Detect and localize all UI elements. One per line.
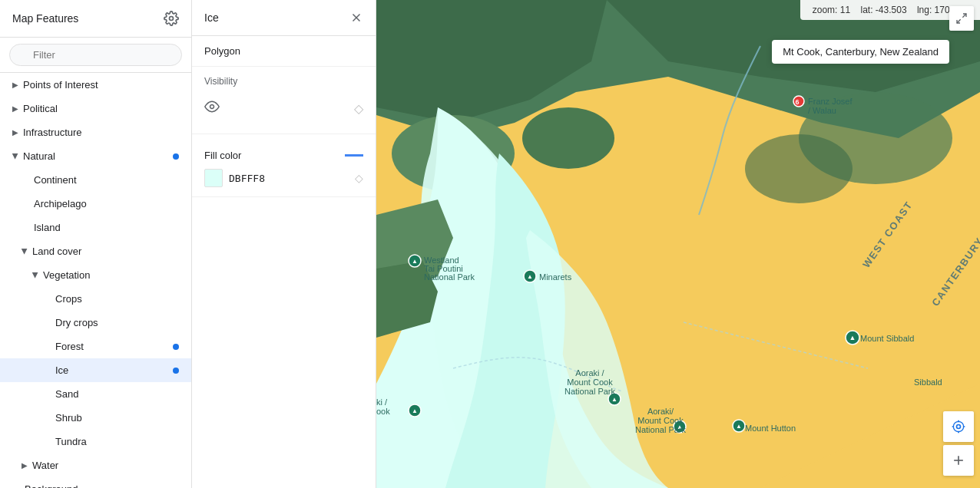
svg-text:6: 6 bbox=[795, 98, 799, 106]
sidebar-item-island[interactable]: Island bbox=[0, 216, 191, 239]
visibility-label: Visibility bbox=[204, 76, 363, 87]
svg-text:Aoraki/: Aoraki/ bbox=[647, 407, 674, 416]
filter-bar bbox=[0, 38, 191, 73]
nav-list: ▶Points of Interest▶Political▶Infrastruc… bbox=[0, 73, 191, 488]
polygon-label: Polygon bbox=[204, 45, 363, 57]
close-button[interactable] bbox=[349, 11, 363, 25]
chevron-icon: ▶ bbox=[22, 461, 28, 470]
polygon-section: Polygon bbox=[192, 36, 376, 67]
sidebar-item-label: Tundra bbox=[55, 436, 179, 447]
sidebar-item-sand[interactable]: Sand bbox=[0, 382, 191, 406]
lat-label: lat: bbox=[861, 5, 873, 15]
sidebar-item-label: Island bbox=[34, 222, 179, 233]
sidebar-item-political[interactable]: ▶Political bbox=[0, 97, 191, 120]
sidebar-item-vegetation[interactable]: ▶Vegetation bbox=[0, 263, 191, 287]
svg-text:▲: ▲ bbox=[527, 273, 533, 280]
sidebar-item-label: Continent bbox=[34, 174, 179, 186]
sidebar-item-label: Background bbox=[25, 483, 179, 488]
svg-point-18 bbox=[745, 134, 853, 203]
svg-point-12 bbox=[522, 107, 614, 169]
svg-point-60 bbox=[957, 425, 961, 429]
chevron-icon: ▶ bbox=[12, 153, 20, 160]
sidebar-item-background[interactable]: Background bbox=[0, 477, 191, 488]
sidebar-item-label: Archipelago bbox=[34, 198, 179, 209]
svg-text:National Park: National Park bbox=[564, 387, 616, 396]
fill-color-label: Fill color bbox=[204, 150, 339, 161]
sidebar-item-water[interactable]: ▶Water bbox=[0, 453, 191, 477]
svg-text:Aoraki /: Aoraki / bbox=[575, 368, 604, 378]
sidebar-item-infrastructure[interactable]: ▶Infrastructure bbox=[0, 120, 191, 144]
eye-icon[interactable] bbox=[204, 99, 220, 118]
sidebar-item-label: Shrub bbox=[55, 412, 179, 424]
sidebar-item-natural[interactable]: ▶Natural bbox=[0, 144, 191, 168]
detail-panel: Ice Polygon Visibility ◇ Fill color DBFF… bbox=[192, 0, 376, 488]
sidebar-item-ice[interactable]: Ice bbox=[0, 358, 191, 382]
sidebar-header: Map Features bbox=[0, 0, 191, 38]
sidebar-item-label: Land cover bbox=[32, 246, 179, 257]
sidebar-item-continent[interactable]: Continent bbox=[0, 168, 191, 192]
svg-line-58 bbox=[962, 14, 966, 18]
sidebar-item-label: Vegetation bbox=[43, 269, 179, 281]
color-swatch-row[interactable]: DBFFF8 ◇ bbox=[204, 169, 363, 187]
svg-text:ki /: ki / bbox=[376, 397, 388, 407]
visibility-section: Visibility ◇ bbox=[192, 67, 376, 134]
sidebar-item-label: Ice bbox=[55, 364, 173, 376]
fill-color-line bbox=[345, 154, 363, 157]
svg-text:Sibbald: Sibbald bbox=[914, 378, 942, 387]
sidebar-item-archipelago[interactable]: Archipelago bbox=[0, 192, 191, 216]
svg-text:▲: ▲ bbox=[412, 407, 418, 414]
svg-text:Franz Josef: Franz Josef bbox=[808, 97, 853, 106]
filter-input[interactable] bbox=[9, 44, 182, 66]
sidebar-item-shrub[interactable]: Shrub bbox=[0, 406, 191, 430]
svg-point-61 bbox=[953, 421, 963, 431]
diamond-fill-icon[interactable]: ◇ bbox=[355, 172, 363, 184]
zoom-value: 11 bbox=[840, 5, 850, 15]
sidebar-title: Map Features bbox=[12, 12, 78, 25]
sidebar-item-tundra[interactable]: Tundra bbox=[0, 430, 191, 453]
chevron-icon: ▶ bbox=[31, 272, 40, 279]
lat-value: -43.503 bbox=[876, 5, 907, 15]
svg-text:ook: ook bbox=[376, 407, 390, 416]
sidebar-item-crops[interactable]: Crops bbox=[0, 287, 191, 311]
gear-icon[interactable] bbox=[164, 11, 179, 26]
fill-color-section: Fill color DBFFF8 ◇ bbox=[192, 134, 376, 197]
sidebar-item-forest[interactable]: Forest bbox=[0, 335, 191, 358]
svg-text:/ Walau: / Walau bbox=[808, 106, 836, 115]
svg-text:Minarets: Minarets bbox=[539, 272, 572, 282]
svg-line-59 bbox=[957, 19, 961, 23]
chevron-icon: ▶ bbox=[12, 81, 18, 89]
chevron-icon: ▶ bbox=[12, 104, 18, 113]
color-hex-value: DBFFF8 bbox=[229, 173, 265, 184]
zoom-label: zoom: bbox=[813, 5, 838, 15]
svg-text:Mount Sibbald: Mount Sibbald bbox=[860, 334, 914, 343]
svg-text:Mount Cook: Mount Cook bbox=[567, 378, 613, 387]
sidebar-item-label: Points of Interest bbox=[23, 79, 179, 91]
map-svg: 6 Franz Josef / Walau ▲ Mount D'Archiac … bbox=[376, 0, 980, 488]
diamond-visibility-icon[interactable]: ◇ bbox=[354, 101, 363, 116]
svg-text:▲: ▲ bbox=[849, 334, 856, 341]
svg-text:Mount Cook: Mount Cook bbox=[637, 416, 684, 425]
visibility-row: ◇ bbox=[204, 93, 363, 124]
active-dot bbox=[173, 153, 179, 160]
detail-title: Ice bbox=[204, 12, 219, 24]
locate-button[interactable] bbox=[943, 411, 974, 442]
sidebar-item-points-of-interest[interactable]: ▶Points of Interest bbox=[0, 73, 191, 97]
svg-point-0 bbox=[170, 17, 174, 21]
map-area[interactable]: 6 Franz Josef / Walau ▲ Mount D'Archiac … bbox=[376, 0, 980, 488]
zoom-in-button[interactable] bbox=[943, 445, 974, 476]
sidebar-item-land-cover[interactable]: ▶Land cover bbox=[0, 239, 191, 263]
sidebar: Map Features ▶Points of Interest▶Politic… bbox=[0, 0, 192, 488]
svg-text:Mount Hutton: Mount Hutton bbox=[745, 424, 796, 433]
sidebar-item-label: Sand bbox=[55, 388, 179, 400]
color-swatch[interactable] bbox=[204, 169, 223, 187]
sidebar-item-label: Forest bbox=[55, 341, 173, 352]
sidebar-item-label: Water bbox=[32, 460, 179, 471]
expand-map-button[interactable] bbox=[949, 6, 974, 31]
svg-text:National Park: National Park bbox=[424, 272, 475, 282]
sidebar-item-dry-crops[interactable]: Dry crops bbox=[0, 311, 191, 335]
sidebar-item-label: Infrastructure bbox=[23, 127, 179, 138]
svg-text:National Park: National Park bbox=[635, 425, 687, 434]
sidebar-item-label: Crops bbox=[55, 293, 179, 305]
chevron-icon: ▶ bbox=[21, 249, 29, 255]
sidebar-item-label: Natural bbox=[23, 150, 173, 162]
